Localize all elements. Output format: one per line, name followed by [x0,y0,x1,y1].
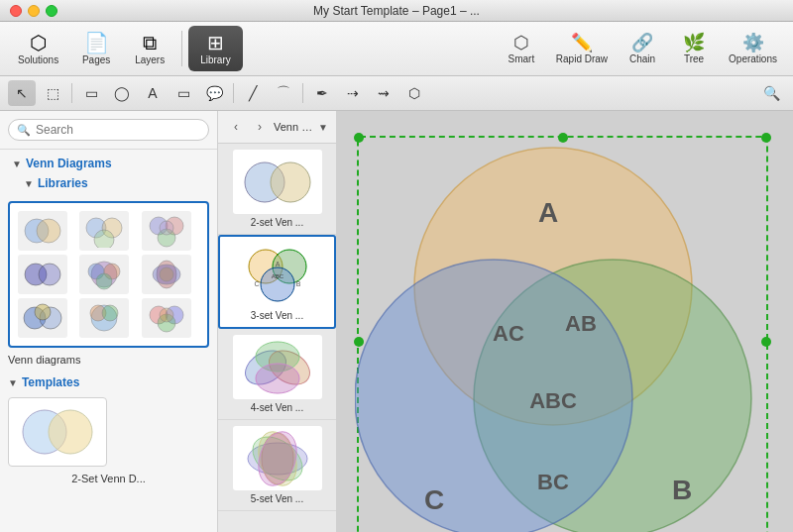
solutions-button[interactable]: ⬡ Solutions [8,26,68,71]
solutions-icon: ⬡ [30,33,47,53]
chain-label: Chain [629,53,655,64]
operations-button[interactable]: ⚙️ Operations [721,26,785,71]
svg-point-14 [96,273,112,289]
shape-tool[interactable]: ▭ [170,80,197,106]
search-input[interactable] [36,123,200,137]
mid-item-2[interactable]: A C B ABC 3-set Ven ... [218,235,336,329]
rect-tool[interactable]: ▭ [77,80,105,106]
select-tool[interactable]: ↖ [8,80,36,106]
connector2-tool[interactable]: ⇝ [370,80,397,106]
nav-back-button[interactable]: ‹ [226,117,246,137]
venn-item-label: Venn diagrams [0,352,217,372]
callout-tool[interactable]: 💬 [200,80,228,106]
smart-button[interactable]: ⬡ Smart [497,26,546,71]
nav-dropdown-button[interactable]: ▼ [318,122,328,133]
main-toolbar: ⬡ Solutions 📄 Pages ⧉ Layers ⊞ Library ⬡… [0,22,793,76]
pages-icon: 📄 [84,33,109,53]
venn-thumb-grid [8,201,209,348]
templates-header: ▼ Templates [0,372,217,393]
mid-item-4[interactable]: 5-set Ven ... [218,420,336,511]
layers-button[interactable]: ⧉ Layers [124,26,175,71]
connector-tool[interactable]: ⇢ [339,80,367,106]
close-button[interactable] [10,5,22,17]
svg-text:B: B [672,475,692,505]
smart-icon: ⬡ [513,34,529,52]
tree-label: Tree [684,53,704,64]
thumb-cell-9[interactable] [142,298,191,338]
tree-icon: 🌿 [683,34,705,52]
tool-sep-1 [71,83,72,103]
mid-item-1[interactable]: 2-set Ven ... [218,144,336,235]
select-area-tool[interactable]: ⬚ [39,80,66,106]
tree-section: ▼ Venn Diagrams ▼ Libraries [0,150,217,197]
canvas-area[interactable]: A B C AB AC BC ABC [337,111,793,532]
pen-tool[interactable]: ✒ [308,80,336,106]
chain-icon: 🔗 [631,34,653,52]
curve-tool[interactable]: ⌒ [270,80,297,106]
toolbar-separator-1 [181,31,182,66]
line-tool[interactable]: ╱ [239,80,267,106]
middle-panel: ‹ › Venn d... ▼ 2-set Ven ... A [218,111,337,532]
libraries-label: Libraries [38,176,88,190]
svg-text:A: A [275,261,280,267]
svg-text:BC: BC [537,470,569,494]
maximize-button[interactable] [46,5,57,17]
svg-point-29 [49,410,92,454]
thumb-cell-6[interactable] [142,255,191,294]
layers-label: Layers [135,54,165,65]
svg-point-42 [256,364,299,393]
minimize-button[interactable] [28,5,40,17]
mid-label-4: 5-set Ven ... [224,493,330,504]
svg-point-4 [94,230,114,248]
thumb-cell-8[interactable] [79,298,129,338]
svg-point-23 [102,305,118,321]
svg-text:A: A [538,197,558,228]
main-area: 🔍 ▼ Venn Diagrams ▼ Libraries [0,111,793,532]
search-input-wrap[interactable]: 🔍 [8,119,209,141]
mid-label-3: 4-set Ven ... [224,402,330,413]
rapid-draw-icon: ✏️ [571,34,593,52]
thumb-cell-4[interactable] [18,255,67,294]
library-button[interactable]: ⊞ Library [188,26,243,71]
svg-point-8 [160,221,173,235]
library-label: Library [200,54,231,65]
template-thumb-item[interactable] [8,397,107,467]
venn-diagrams-item[interactable]: ▼ Venn Diagrams [8,154,209,173]
svg-point-10 [39,264,60,285]
tree-button[interactable]: 🌿 Tree [669,26,719,71]
pages-button[interactable]: 📄 Pages [70,26,122,71]
search-icon-button[interactable]: 🔍 [757,80,785,106]
thumb-cell-3[interactable] [142,211,191,251]
titlebar: My Start Template – Page1 – ... [0,0,793,22]
ellipse-tool[interactable]: ◯ [108,80,136,106]
thumb-cell-2[interactable] [79,211,129,251]
thumb-cell-7[interactable] [18,298,67,338]
mid-thumb-2: A C B ABC [233,243,322,307]
mid-thumb-3 [233,335,322,399]
traffic-lights [10,5,57,17]
venn-diagram[interactable]: A B C AB AC BC ABC [355,133,771,532]
mid-item-3[interactable]: 4-set Ven ... [218,329,336,420]
operations-icon: ⚙️ [742,34,764,52]
rapid-draw-button[interactable]: ✏️ Rapid Draw [548,26,616,71]
libraries-item[interactable]: ▼ Libraries [8,173,209,193]
mid-thumb-1 [233,150,322,214]
templates-label: Templates [22,375,79,389]
nav-title: Venn d... [274,121,314,133]
svg-point-50 [355,260,632,532]
svg-text:C: C [254,280,259,287]
mid-label-2: 3-set Ven ... [226,310,328,321]
mid-nav: ‹ › Venn d... ▼ [218,111,336,144]
svg-text:C: C [424,484,444,515]
tool-sep-2 [233,83,234,103]
chain-button[interactable]: 🔗 Chain [618,26,667,71]
svg-point-27 [160,308,173,322]
shape2-tool[interactable]: ⬡ [400,80,428,106]
nav-forward-button[interactable]: › [250,117,270,137]
libraries-arrow-icon: ▼ [24,178,34,189]
operations-label: Operations [729,53,777,64]
thumb-cell-5[interactable] [79,255,129,294]
thumb-cell-1[interactable] [18,211,67,251]
text-tool[interactable]: A [139,80,167,106]
tool-sep-3 [302,83,303,103]
